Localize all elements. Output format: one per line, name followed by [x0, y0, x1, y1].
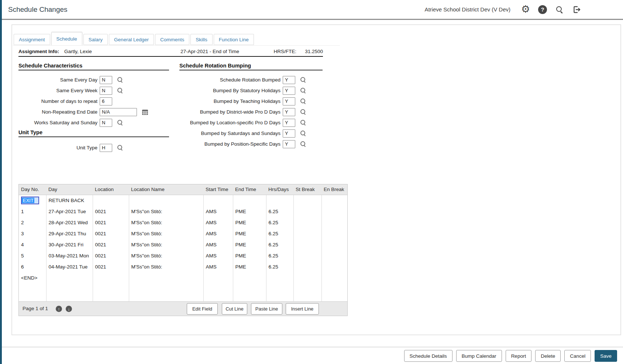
cell-day[interactable]: 04-May-2021 Tue	[46, 261, 93, 272]
cell-start-time[interactable]: AMS	[203, 217, 233, 228]
lookup-icon[interactable]	[117, 145, 123, 151]
cell-location-name[interactable]	[129, 195, 203, 206]
lookup-icon[interactable]	[300, 119, 306, 126]
edit-field-button[interactable]: Edit Field	[187, 303, 218, 315]
lookup-icon[interactable]	[300, 77, 306, 83]
cell-location[interactable]: 0021	[93, 239, 129, 250]
cell-day[interactable]: 03-May-2021 Mon	[46, 250, 93, 261]
cell-en-break[interactable]	[321, 206, 347, 217]
cell-location-name[interactable]: M'Ss"on Stitó:	[129, 217, 203, 228]
lookup-icon[interactable]	[117, 119, 123, 126]
cell-start-time[interactable]: AMS	[203, 206, 233, 217]
unit-type-input[interactable]	[100, 144, 112, 152]
bumped-location-prod-input[interactable]	[283, 119, 295, 127]
cell-st-break[interactable]	[293, 261, 321, 272]
cell-day[interactable]: 30-Apr-2021 Fri	[46, 239, 93, 250]
lookup-icon[interactable]	[300, 130, 306, 136]
bumped-position-specific-input[interactable]	[283, 140, 295, 148]
exit-field[interactable]: EXIT	[21, 197, 39, 204]
tab-skills[interactable]: Skills	[190, 34, 213, 45]
end-marker[interactable]: <END>	[19, 272, 46, 283]
lookup-icon[interactable]	[117, 77, 123, 83]
lookup-icon[interactable]	[300, 141, 306, 147]
insert-line-button[interactable]: Insert Line	[286, 303, 319, 315]
page-down-button[interactable]	[66, 306, 72, 312]
cell-hrs-days[interactable]: 6.25	[266, 217, 293, 228]
cell-hrs-days[interactable]: 6.25	[266, 250, 293, 261]
cell-location[interactable]: 0021	[93, 250, 129, 261]
cell-en-break[interactable]	[321, 250, 347, 261]
cancel-button[interactable]: Cancel	[564, 350, 591, 362]
cell-end-time[interactable]	[233, 272, 266, 283]
cell-day-no[interactable]: 3	[19, 228, 46, 239]
cell-day-no[interactable]: 1	[19, 206, 46, 217]
tab-assignment[interactable]: Assignment	[14, 34, 50, 45]
exit-cell[interactable]: EXIT	[19, 195, 46, 206]
cell-start-time[interactable]	[203, 195, 233, 206]
cell-day[interactable]	[46, 272, 93, 283]
cell-st-break[interactable]	[293, 217, 321, 228]
cell-hrs-days[interactable]	[266, 272, 293, 283]
cell-start-time[interactable]: AMS	[203, 239, 233, 250]
tab-general-ledger[interactable]: General Ledger	[109, 34, 154, 45]
cell-st-break[interactable]	[293, 272, 321, 283]
lookup-icon[interactable]	[117, 87, 123, 94]
schedule-details-button[interactable]: Schedule Details	[404, 350, 452, 362]
cell-location-name[interactable]: M'Ss"on Stitó:	[129, 250, 203, 261]
cell-end-time[interactable]	[233, 195, 266, 206]
cell-en-break[interactable]	[321, 228, 347, 239]
bump-calendar-button[interactable]: Bump Calendar	[456, 350, 502, 362]
cell-day-no[interactable]: 2	[19, 217, 46, 228]
schedule-rotation-bumped-input[interactable]	[283, 76, 295, 84]
cell-end-time[interactable]: PME	[233, 261, 266, 272]
lookup-icon[interactable]	[300, 87, 306, 94]
cell-hrs-days[interactable]: 6.25	[266, 261, 293, 272]
bumped-weekends-input[interactable]	[283, 129, 295, 138]
cell-day[interactable]: 28-Apr-2021 Wed	[46, 217, 93, 228]
cell-day[interactable]: 27-Apr-2021 Tue	[46, 206, 93, 217]
page-up-button[interactable]	[56, 306, 62, 312]
lookup-icon[interactable]	[300, 109, 306, 115]
cell-st-break[interactable]	[293, 239, 321, 250]
days-to-repeat-input[interactable]	[100, 97, 112, 105]
cut-line-button[interactable]: Cut Line	[222, 303, 247, 315]
cell-start-time[interactable]: AMS	[203, 228, 233, 239]
cell-en-break[interactable]	[321, 195, 347, 206]
bumped-teaching-holidays-input[interactable]	[283, 97, 295, 105]
cell-location[interactable]: 0021	[93, 217, 129, 228]
cell-location-name[interactable]: M'Ss"on Stitó:	[129, 261, 203, 272]
bumped-statutory-holidays-input[interactable]	[283, 87, 295, 95]
non-repeating-end-date-input[interactable]	[100, 108, 137, 116]
cell-en-break[interactable]	[321, 261, 347, 272]
works-saturday-sunday-input[interactable]	[100, 119, 112, 127]
cell-location[interactable]	[93, 195, 129, 206]
cell-location-name[interactable]	[129, 272, 203, 283]
help-button[interactable]	[534, 5, 551, 14]
cell-end-time[interactable]: PME	[233, 250, 266, 261]
cell-end-time[interactable]: PME	[233, 239, 266, 250]
cell-location[interactable]	[93, 272, 129, 283]
tab-function-line[interactable]: Function Line	[214, 34, 254, 45]
logout-button[interactable]	[568, 5, 585, 14]
search-button[interactable]	[551, 6, 568, 14]
cell-end-time[interactable]: PME	[233, 228, 266, 239]
cell-location-name[interactable]: M'Ss"on Stitó:	[129, 206, 203, 217]
paste-line-button[interactable]: Paste Line	[251, 303, 282, 315]
tab-comments[interactable]: Comments	[155, 34, 189, 45]
cell-en-break[interactable]	[321, 217, 347, 228]
cell-start-time[interactable]	[203, 272, 233, 283]
lookup-icon[interactable]	[300, 98, 306, 104]
cell-location[interactable]: 0021	[93, 228, 129, 239]
cell-en-break[interactable]	[321, 239, 347, 250]
cell-start-time[interactable]: AMS	[203, 261, 233, 272]
delete-button[interactable]: Delete	[535, 350, 561, 362]
cell-en-break[interactable]	[321, 272, 347, 283]
cell-hrs-days[interactable]: 6.25	[266, 228, 293, 239]
cell-day-no[interactable]: 5	[19, 250, 46, 261]
bumped-district-prod-input[interactable]	[283, 108, 295, 116]
cell-hrs-days[interactable]: 6.25	[266, 239, 293, 250]
cell-st-break[interactable]	[293, 228, 321, 239]
cell-day[interactable]: RETURN BACK	[46, 195, 93, 206]
cell-location-name[interactable]: M'Ss"on Stitó:	[129, 239, 203, 250]
tab-schedule[interactable]: Schedule	[51, 32, 82, 45]
